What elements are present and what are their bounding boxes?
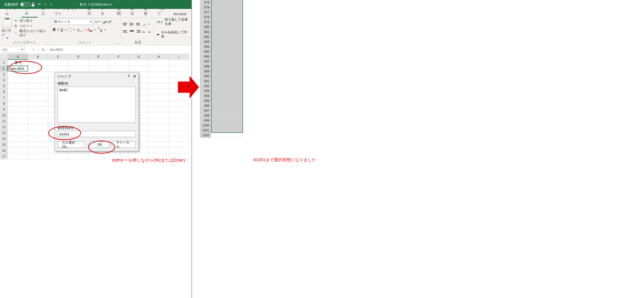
cell[interactable] [211,103,243,108]
reference-input[interactable]: A1001 [58,131,136,137]
cell[interactable] [211,69,243,74]
row-header[interactable]: 4 [0,77,8,83]
cell[interactable] [211,30,243,35]
cell[interactable] [211,15,243,20]
cell[interactable] [8,95,28,101]
tab-insert[interactable]: 挿入 [38,5,51,18]
cell[interactable] [8,112,28,118]
orientation-button[interactable]: ⭯ [143,23,146,27]
row-header[interactable]: 991 [200,79,211,84]
cell[interactable] [149,77,169,83]
redo-icon[interactable]: ↷ [42,2,48,7]
cell[interactable]: 番号 [8,60,28,66]
cell[interactable] [28,101,48,107]
row-header[interactable]: 10 [0,112,8,118]
cell[interactable] [149,112,169,118]
cell[interactable] [8,107,28,112]
tab-acrobat[interactable]: Acrobat [170,11,190,18]
row-header[interactable]: 975 [200,0,211,5]
row-header[interactable]: 998 [200,113,211,118]
cell[interactable] [149,60,169,66]
row-header[interactable]: 8 [0,101,8,107]
row-header[interactable]: 984 [200,44,211,49]
row-header[interactable]: 996 [200,103,211,108]
cell[interactable] [211,128,243,133]
cell[interactable] [28,153,48,159]
cell[interactable] [169,148,189,153]
cancel-icon[interactable]: ✕ [32,48,35,52]
cell[interactable] [149,72,169,77]
row-header[interactable]: 986 [200,54,211,59]
align-middle-icon[interactable] [130,23,134,26]
cell[interactable] [169,60,189,66]
underline-button[interactable]: U [60,28,63,32]
row-header[interactable]: 993 [200,89,211,94]
goto-listbox[interactable]: $A$3 [58,87,136,123]
cell[interactable] [211,44,243,49]
cell[interactable] [169,124,189,130]
decrease-indent-icon[interactable]: ⇤ [143,30,145,34]
row-header[interactable]: 2 [0,66,8,72]
cell[interactable] [149,136,169,142]
dialog-launcher-icon[interactable]: ⤢ [46,42,49,45]
bold-button[interactable]: B [53,28,56,32]
ok-button[interactable]: OK [90,141,110,148]
cell[interactable] [211,0,243,5]
row-header[interactable]: 1 [0,60,8,66]
cell[interactable] [149,89,169,95]
cell[interactable] [28,142,48,148]
close-button[interactable]: ✕ [133,74,136,79]
worksheet-grid-selected[interactable]: 9759769779789799809819829839849859869879… [200,0,247,138]
row-header[interactable]: 9 [0,107,8,112]
row-header[interactable]: 981 [200,30,211,35]
cell[interactable] [211,74,243,79]
cell[interactable] [8,142,28,148]
cell[interactable] [8,136,28,142]
border-button[interactable] [68,28,72,32]
cell[interactable] [8,83,28,89]
cell[interactable] [169,118,189,124]
special-button[interactable]: セル選択(S)... [58,141,85,148]
cell[interactable] [149,118,169,124]
row-header[interactable]: 988 [200,64,211,69]
paste-button[interactable]: 貼り付け [2,19,13,39]
wrap-text-button[interactable]: ab↲折り返して全体を表 [157,18,190,26]
cell[interactable] [28,124,48,130]
cell[interactable] [149,142,169,148]
increase-indent-icon[interactable]: ⇥ [148,30,150,34]
cell[interactable] [211,94,243,98]
tab-review[interactable]: 校閲 [114,5,127,18]
row-header[interactable]: 989 [200,69,211,74]
cell[interactable] [108,66,129,72]
cell[interactable] [28,83,48,89]
row-header[interactable]: 12 [0,124,8,130]
row-header[interactable]: 992 [200,84,211,89]
cell[interactable] [88,60,108,66]
cell[interactable] [28,148,48,153]
cell[interactable] [8,130,28,136]
font-size-select[interactable]: 11 [94,19,102,25]
row-header[interactable]: 983 [200,39,211,44]
cell[interactable] [149,130,169,136]
tab-pagelayout[interactable]: ページ レイアウト [51,5,84,18]
cell[interactable] [28,60,48,66]
select-all-corner[interactable] [0,54,8,60]
cell[interactable] [149,107,169,112]
tab-file[interactable]: ファイル [2,5,21,18]
cell[interactable] [48,60,68,66]
cell[interactable] [8,72,28,77]
row-header[interactable]: 1000 [200,123,211,128]
cell[interactable] [149,66,169,72]
column-header[interactable]: A [8,54,28,60]
cell[interactable] [28,107,48,112]
cell[interactable] [88,153,108,159]
row-header[interactable]: 978 [200,15,211,20]
cell[interactable] [169,130,189,136]
cell[interactable] [8,124,28,130]
cell[interactable] [211,39,243,44]
row-header[interactable]: 985 [200,49,211,54]
cell[interactable] [169,112,189,118]
cell[interactable] [211,108,243,113]
row-header[interactable]: 1002 [200,133,211,138]
merge-center-button[interactable]: ⬌セルを結合して中央 [157,30,190,39]
